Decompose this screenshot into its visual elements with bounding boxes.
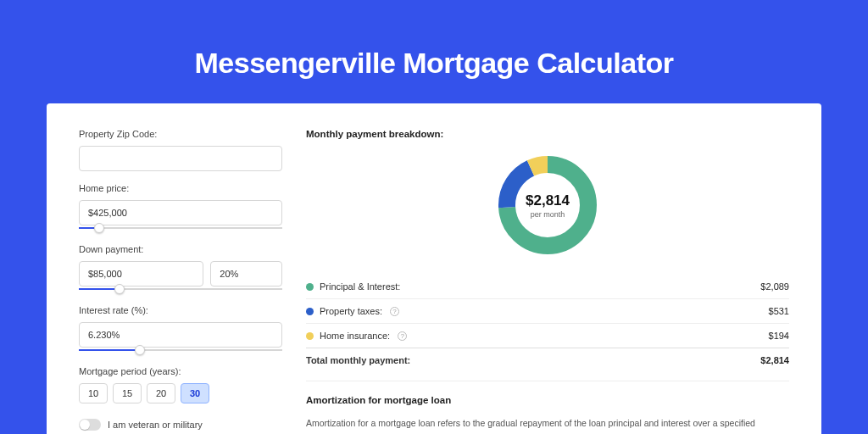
veteran-toggle-row: I am veteran or military: [79, 419, 282, 431]
help-icon[interactable]: ?: [390, 307, 399, 316]
legend-label: Property taxes:: [320, 306, 382, 316]
legend-label: Principal & Interest:: [320, 281, 400, 292]
interest-slider[interactable]: [79, 346, 282, 354]
period-button-20[interactable]: 20: [147, 383, 175, 403]
down-payment-pct-input[interactable]: [210, 261, 282, 287]
help-icon[interactable]: ?: [398, 331, 407, 341]
legend-row: Principal & Interest:$2,089: [306, 275, 789, 298]
legend-dot-icon: [306, 308, 314, 315]
slider-thumb-icon[interactable]: [135, 345, 145, 355]
legend-row: Property taxes:?$531: [306, 298, 789, 323]
amortization-section: Amortization for mortgage loan Amortizat…: [306, 381, 789, 431]
home-price-label: Home price:: [79, 183, 282, 193]
home-price-input[interactable]: [79, 200, 282, 225]
zip-label: Property Zip Code:: [79, 129, 282, 139]
period-field-group: Mortgage period (years): 10152030: [79, 366, 282, 403]
down-payment-slider[interactable]: [79, 285, 282, 293]
legend-value: $531: [769, 306, 789, 316]
donut-chart: $2,814 per month: [493, 151, 602, 259]
interest-field-group: Interest rate (%):: [79, 305, 282, 354]
toggle-knob-icon: [80, 420, 90, 430]
legend-value: $194: [769, 331, 789, 341]
total-row-label: Total monthly payment:: [306, 355, 410, 365]
period-button-30[interactable]: 30: [181, 383, 209, 403]
slider-thumb-icon[interactable]: [114, 284, 125, 294]
form-column: Property Zip Code: Home price: Down paym…: [79, 129, 282, 434]
period-button-10[interactable]: 10: [79, 383, 108, 403]
amortization-title: Amortization for mortgage loan: [306, 395, 789, 405]
period-label: Mortgage period (years):: [79, 366, 282, 376]
slider-thumb-icon[interactable]: [94, 223, 104, 233]
legend-label: Home insurance:: [320, 331, 390, 341]
donut-total-value: $2,814: [526, 192, 570, 209]
total-row-value: $2,814: [760, 355, 789, 365]
calculator-panel: Property Zip Code: Home price: Down paym…: [47, 103, 821, 434]
page-title: Messengerville Mortgage Calculator: [47, 47, 821, 80]
donut-chart-area: $2,814 per month: [306, 151, 789, 259]
legend-value: $2,089: [760, 281, 789, 292]
down-payment-label: Down payment:: [79, 244, 282, 254]
home-price-slider[interactable]: [79, 224, 282, 232]
veteran-label: I am veteran or military: [108, 420, 203, 430]
legend-dot-icon: [306, 332, 314, 340]
legend-dot-icon: [306, 283, 314, 291]
breakdown-title: Monthly payment breakdown:: [306, 129, 789, 139]
breakdown-column: Monthly payment breakdown: $2,814 per mo…: [306, 129, 789, 434]
period-button-15[interactable]: 15: [113, 383, 142, 403]
zip-input[interactable]: [79, 146, 282, 171]
veteran-toggle[interactable]: [79, 419, 101, 431]
down-payment-field-group: Down payment:: [79, 244, 282, 293]
home-price-field-group: Home price:: [79, 183, 282, 232]
legend-row: Home insurance:?$194: [306, 323, 789, 348]
donut-total-sub: per month: [531, 210, 565, 219]
down-payment-input[interactable]: [79, 261, 203, 287]
total-row: Total monthly payment: $2,814: [306, 348, 789, 372]
interest-label: Interest rate (%):: [79, 305, 282, 315]
interest-input[interactable]: [79, 322, 282, 348]
amortization-text: Amortization for a mortgage loan refers …: [306, 417, 789, 431]
zip-field-group: Property Zip Code:: [79, 129, 282, 171]
